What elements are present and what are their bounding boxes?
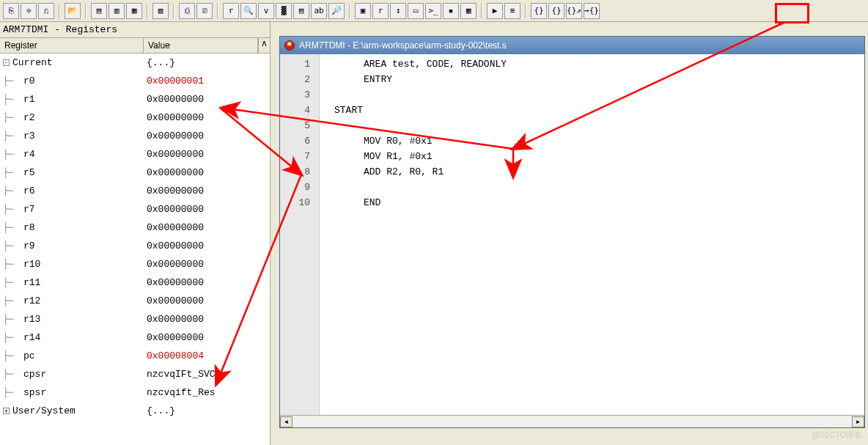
col-header-register[interactable]: Register (0, 38, 144, 53)
tb-icon-7[interactable]: ▦ (126, 3, 142, 19)
main-toolbar: ⎘⎆⎌📂▤▥▦▧⎙⎚r🔍v▓▤ab🔎▣r↕▭>_▪▦▶≡{}{}{}↗→{} (0, 0, 868, 22)
register-row[interactable]: ├─cpsrnzcvqIFt_SVC (0, 365, 270, 383)
register-tree-node[interactable]: +User/System{...} (0, 402, 270, 420)
win2-icon[interactable]: r (372, 3, 389, 19)
scroll-right-button[interactable]: ► (852, 416, 864, 427)
open-icon[interactable]: 📂 (65, 3, 81, 19)
out-icon[interactable]: ▦ (460, 3, 477, 19)
tb-icon-8[interactable]: ▧ (152, 3, 169, 19)
register-name: r6 (23, 185, 35, 196)
code-line[interactable] (320, 118, 864, 133)
step-to-icon[interactable]: →{} (584, 3, 600, 19)
register-row[interactable]: ├─r100x00000000 (0, 255, 270, 273)
register-value: 0x00000000 (144, 94, 270, 105)
editor-file-icon (284, 40, 295, 51)
register-name: r8 (23, 222, 35, 233)
register-name: cpsr (23, 369, 46, 380)
tb-icon-1[interactable]: ⎘ (3, 3, 19, 19)
code-area[interactable]: AREA test, CODE, READONLYENTRYSTARTMOV R… (320, 54, 864, 415)
log-icon[interactable]: ▪ (443, 3, 459, 19)
register-value: 0x00000000 (144, 295, 270, 306)
register-name: r3 (23, 130, 35, 141)
register-row[interactable]: ├─r00x00000001 (0, 72, 270, 90)
tree-line-icon: ├─ (3, 295, 23, 306)
register-row[interactable]: ├─r70x00000000 (0, 200, 270, 218)
register-name: r11 (23, 277, 40, 288)
register-value: 0x00000000 (144, 314, 270, 325)
tb-icon-9[interactable]: ⎙ (179, 3, 195, 19)
register-name: r13 (23, 314, 40, 325)
scroll-track[interactable] (293, 416, 852, 427)
register-row[interactable]: ├─r60x00000000 (0, 182, 270, 200)
register-tree-node[interactable]: -Current{...} (0, 54, 270, 72)
code-line[interactable]: AREA test, CODE, READONLY (320, 56, 864, 72)
tree-line-icon: ├─ (3, 185, 23, 196)
code-line[interactable] (320, 87, 864, 103)
register-name: r4 (23, 149, 35, 160)
register-row[interactable]: ├─r50x00000000 (0, 163, 270, 182)
editor-titlebar[interactable]: ARM7TDMI - E:\arm-workspace\arm-study-00… (280, 37, 864, 54)
var-window-icon[interactable]: v (258, 3, 274, 19)
tb-icon-6[interactable]: ▥ (108, 3, 125, 19)
win1-icon[interactable]: ▣ (355, 3, 371, 19)
step-over-icon[interactable]: {} (548, 3, 564, 19)
register-row[interactable]: ├─r20x00000000 (0, 109, 270, 127)
register-row[interactable]: ├─spsrnzcvqift_Res (0, 383, 270, 402)
code-line[interactable] (320, 180, 864, 195)
register-row[interactable]: ├─r10x00000000 (0, 90, 270, 109)
search-icon[interactable]: 🔍 (240, 3, 257, 19)
register-value: 0x00000000 (144, 240, 270, 251)
tb-icon-5[interactable]: ▤ (91, 3, 107, 19)
tb-icon-3[interactable]: ⎌ (38, 3, 54, 19)
tb-icon-2[interactable]: ⎆ (21, 3, 37, 19)
code-line[interactable]: END (320, 195, 864, 210)
line-number: 5 (280, 118, 310, 133)
code-line[interactable]: MOV R0, #0x1 (320, 133, 864, 149)
run-icon[interactable]: ▶ (487, 3, 503, 19)
editor-horizontal-scrollbar[interactable]: ◄ ► (280, 415, 864, 427)
tree-line-icon: ├─ (3, 259, 23, 270)
tree-line-icon: ├─ (3, 332, 23, 343)
step-out-icon[interactable]: {}↗ (566, 3, 582, 19)
register-name: r10 (23, 259, 40, 270)
abl-icon[interactable]: ab (311, 3, 327, 19)
win3-icon[interactable]: ↕ (390, 3, 406, 19)
term-icon[interactable]: >_ (425, 3, 441, 19)
scroll-up-button[interactable]: ∧ (258, 38, 270, 53)
col-header-value[interactable]: Value (144, 38, 258, 53)
register-row[interactable]: ├─pc0x00008004 (0, 347, 270, 365)
register-row[interactable]: ├─r130x00000000 (0, 310, 270, 328)
editor-body[interactable]: 1234567➔8910 AREA test, CODE, READONLYEN… (280, 54, 864, 415)
win4-icon[interactable]: ▭ (408, 3, 424, 19)
reg-window-icon[interactable]: r (223, 3, 239, 19)
step-into-icon[interactable]: {} (531, 3, 547, 19)
register-name: r9 (23, 240, 35, 251)
register-row[interactable]: ├─r80x00000000 (0, 218, 270, 237)
registers-panel: ARM7TDMI - Registers Register Value ∧ -C… (0, 22, 271, 445)
code-line[interactable]: START (320, 103, 864, 118)
register-row[interactable]: ├─r40x00000000 (0, 145, 270, 163)
tree-toggle-icon[interactable]: + (3, 408, 10, 414)
code-line[interactable]: ENTRY (320, 72, 864, 87)
code-line[interactable]: MOV R1, #0x1 (320, 149, 864, 164)
register-row[interactable]: ├─r30x00000000 (0, 127, 270, 145)
stack-icon[interactable]: ▓ (276, 3, 292, 19)
register-row[interactable]: ├─r110x00000000 (0, 273, 270, 292)
register-row[interactable]: ├─r120x00000000 (0, 292, 270, 310)
tree-toggle-icon[interactable]: - (3, 59, 10, 66)
register-row[interactable]: ├─r90x00000000 (0, 237, 270, 255)
register-value: 0x00000000 (144, 204, 270, 215)
code-line[interactable]: ADD R2, R0, R1 (320, 164, 864, 180)
register-name: r1 (23, 94, 35, 105)
tree-line-icon: ├─ (3, 350, 23, 361)
line-number: 8 (280, 164, 310, 180)
scroll-left-button[interactable]: ◄ (280, 416, 293, 427)
register-name: Current (12, 57, 53, 68)
mem-icon[interactable]: ▤ (293, 3, 309, 19)
list-icon[interactable]: ≡ (504, 3, 521, 19)
tree-line-icon: ├─ (3, 167, 23, 178)
register-row[interactable]: ├─r140x00000000 (0, 328, 270, 347)
registers-body[interactable]: -Current{...} ├─r00x00000001 ├─r10x00000… (0, 54, 270, 445)
tb-icon-10[interactable]: ⎚ (196, 3, 213, 19)
find-icon[interactable]: 🔎 (328, 3, 345, 19)
